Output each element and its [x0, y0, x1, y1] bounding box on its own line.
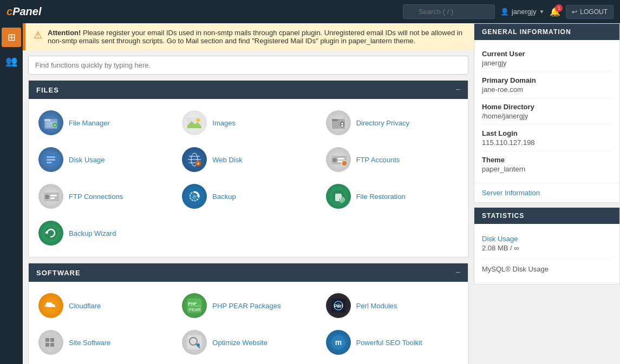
general-info-section: GENERAL INFORMATION Current User janergj…: [474, 23, 620, 203]
backupwiz-icon: [38, 221, 63, 246]
list-item[interactable]: FTP Connections: [34, 181, 175, 212]
sidebar-users-icon[interactable]: 👥: [2, 51, 21, 71]
svg-point-24: [332, 158, 337, 162]
theme-value: paper_lantern: [482, 165, 612, 173]
primary-domain-label: Primary Domain: [482, 76, 612, 84]
last-login-value: 115.110.127.198: [482, 138, 612, 147]
cloudflare-label: Cloudflare: [69, 302, 101, 310]
svg-rect-31: [50, 197, 55, 199]
theme-label: Theme: [482, 156, 612, 164]
list-item[interactable]: m Powerful SEO Toolkit: [322, 327, 462, 358]
list-item[interactable]: + Web Disk: [178, 144, 318, 175]
webdisk-label: Web Disk: [212, 156, 242, 164]
svg-rect-53: [50, 343, 54, 347]
notifications-button[interactable]: 🔔 1: [550, 6, 560, 17]
statistics-section: STATISTICS Disk Usage 2.08 MB / ∞ MySQL®…: [474, 207, 620, 284]
alert-message: Please register your email IDs used in n…: [48, 29, 462, 45]
list-item[interactable]: ⏱ Backup: [178, 181, 318, 212]
list-item[interactable]: Disk Usage: [34, 144, 175, 175]
list-item[interactable]: Images: [178, 107, 318, 138]
svg-rect-52: [45, 343, 49, 347]
logo-panel: Panel: [12, 5, 41, 17]
svg-point-27: [342, 161, 347, 166]
primary-domain-value: jane-roe.com: [482, 85, 612, 94]
statistics-label: STATISTICS: [482, 212, 524, 220]
list-item[interactable]: Optimize Website: [178, 327, 318, 358]
files-section-label: FILES: [36, 86, 59, 94]
user-menu[interactable]: 👤 janergjy ▼: [500, 8, 544, 16]
primary-domain-row: Primary Domain jane-roe.com: [482, 72, 612, 98]
filemanager-label: File Manager: [69, 119, 110, 127]
perlmod-label: Perl Modules: [356, 302, 397, 310]
svg-rect-11: [341, 124, 343, 127]
logout-icon: ↩: [572, 8, 577, 16]
theme-row: Theme paper_lantern: [482, 151, 612, 177]
cloudflare-icon: [38, 293, 63, 318]
files-collapse-button[interactable]: −: [455, 85, 460, 95]
phppear-icon: PHPPEAR: [182, 293, 207, 318]
seotoolkit-label: Powerful SEO Toolkit: [356, 339, 422, 347]
list-item[interactable]: Site Software: [34, 327, 175, 358]
last-login-row: Last Login 115.110.127.198: [482, 125, 612, 151]
filemanager-icon: +: [38, 110, 63, 135]
disk-usage-link[interactable]: Disk Usage: [482, 232, 612, 244]
images-label: Images: [212, 119, 236, 127]
disk-usage-value: 2.08 MB / ∞: [482, 244, 612, 256]
statistics-body: Disk Usage 2.08 MB / ∞ MySQL® Disk Usage: [474, 224, 619, 284]
home-dir-row: Home Directory /home/janergjy: [482, 98, 612, 125]
svg-text:↻: ↻: [340, 197, 344, 202]
current-user-row: Current User janergjy: [482, 45, 612, 72]
sidebar-grid-icon[interactable]: ⊞: [2, 28, 21, 47]
ftpaccounts-label: FTP Accounts: [356, 156, 400, 164]
dirprivacy-icon: [326, 110, 351, 135]
list-item[interactable]: Directory Privacy: [322, 107, 462, 138]
current-user-value: janergjy: [482, 59, 612, 67]
ftpaccounts-icon: [326, 147, 351, 172]
svg-point-57: [197, 343, 200, 347]
sitesoftware-label: Site Software: [69, 339, 110, 347]
center-content: ⚠ Attention! Please register your email …: [23, 23, 474, 364]
alert-text: Attention! Please register your email ID…: [48, 29, 466, 45]
general-info-body: Current User janergjy Primary Domain jan…: [474, 40, 619, 183]
svg-rect-1: [44, 119, 50, 121]
svg-text:+: +: [197, 161, 200, 167]
content-area: ⚠ Attention! Please register your email …: [23, 23, 620, 364]
list-item[interactable]: Backup Wizard: [34, 217, 175, 249]
statistics-header: STATISTICS: [474, 208, 619, 224]
logout-button[interactable]: ↩ LOGOUT: [566, 5, 614, 19]
software-section-header: SOFTWARE −: [29, 263, 468, 282]
software-section-label: SOFTWARE: [36, 269, 81, 277]
alert-icon: ⚠: [34, 29, 42, 41]
software-collapse-button[interactable]: −: [455, 268, 460, 277]
disk-usage-row: Disk Usage 2.08 MB / ∞: [482, 229, 612, 260]
server-info-link[interactable]: Server Information: [474, 183, 619, 202]
function-search-input[interactable]: [28, 56, 468, 75]
seotoolkit-icon: m: [326, 330, 351, 355]
list-item[interactable]: + File Manager: [34, 107, 175, 138]
last-login-label: Last Login: [482, 129, 612, 137]
software-section: SOFTWARE − Cloudflare PHPPEAR: [28, 263, 468, 364]
files-section-header: FILES −: [29, 81, 468, 99]
list-item[interactable]: Perl Perl Modules: [322, 290, 462, 321]
sitesoftware-icon: [38, 330, 63, 355]
images-icon: [182, 110, 207, 135]
diskusage-icon: [38, 147, 63, 172]
search-input[interactable]: [403, 4, 495, 19]
filerest-icon: ↻: [326, 184, 351, 209]
home-dir-value: /home/janergjy: [482, 112, 612, 120]
ftpconn-icon: [38, 184, 63, 209]
svg-rect-15: [47, 162, 52, 163]
username-label: janergjy: [512, 8, 537, 16]
notification-badge: 1: [555, 4, 563, 12]
mysql-label: MySQL® Disk Usage: [482, 262, 612, 276]
list-item[interactable]: PHPPEAR PHP PEAR Packages: [178, 290, 318, 321]
user-icon: 👤: [500, 8, 509, 16]
svg-rect-50: [45, 338, 49, 342]
svg-text:+: +: [54, 123, 56, 128]
chevron-down-icon: ▼: [539, 9, 544, 15]
list-item[interactable]: Cloudflare: [34, 290, 175, 321]
home-dir-label: Home Directory: [482, 103, 612, 111]
list-item[interactable]: ↻ File Restoration: [322, 181, 462, 212]
list-item[interactable]: FTP Accounts: [322, 144, 462, 175]
svg-text:PHP: PHP: [188, 301, 197, 306]
